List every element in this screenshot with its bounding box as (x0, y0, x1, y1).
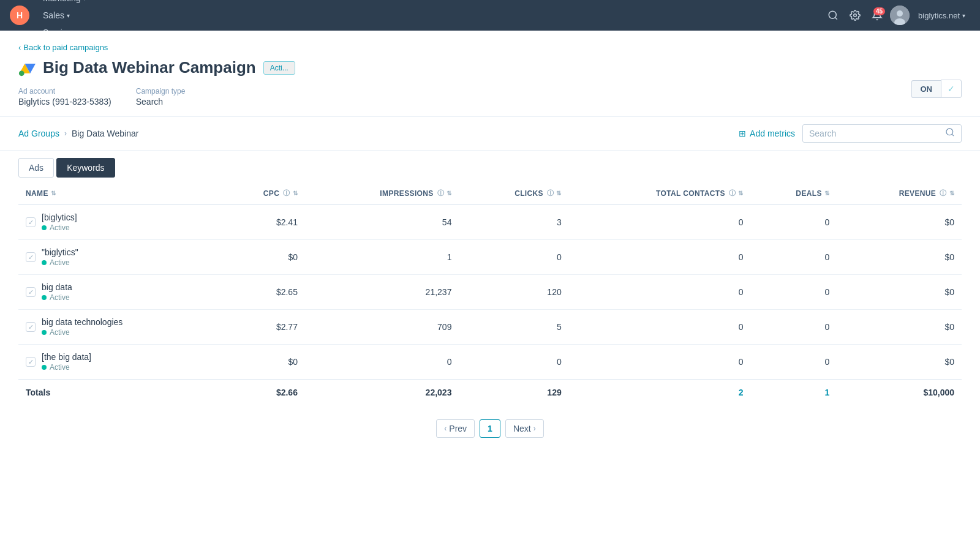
th-clicks[interactable]: CLICKSⓘ⇅ (459, 182, 568, 204)
status-badge-button[interactable]: Acti... (263, 61, 295, 75)
th-cpc[interactable]: CPCⓘ⇅ (217, 182, 305, 204)
next-page-button[interactable]: Next › (505, 419, 544, 438)
totals-impressions: 22,023 (305, 380, 459, 405)
row-revenue-1: $0 (837, 240, 962, 275)
row-clicks-1: 0 (459, 240, 568, 275)
next-label: Next (513, 424, 531, 433)
th-label-revenue: REVENUE (899, 189, 937, 198)
table-body: ✓ [biglytics] Active $2.4154300$0 ✓ "big… (18, 204, 962, 380)
th-sort-revenue: REVENUEⓘ⇅ (899, 189, 954, 198)
row-checkbox-4[interactable]: ✓ (26, 357, 36, 367)
row-total_contacts-3: 0 (569, 310, 751, 345)
add-metrics-button[interactable]: ⊞ Add metrics (739, 129, 795, 138)
info-icon-impressions[interactable]: ⓘ (437, 189, 444, 198)
status-dot-2 (42, 295, 47, 300)
toggle-check-button[interactable]: ✓ (941, 80, 962, 98)
row-checkbox-0[interactable]: ✓ (26, 217, 36, 227)
sort-icon-revenue: ⇅ (949, 190, 954, 197)
table-row: ✓ "biglytics" Active $01000$0 (18, 240, 962, 275)
th-sort-total_contacts: TOTAL CONTACTSⓘ⇅ (656, 189, 744, 198)
table-header: NAME⇅ CPCⓘ⇅ IMPRESSIONSⓘ⇅ CLICKSⓘ⇅ TOTAL… (18, 182, 962, 204)
kw-status-1: Active (42, 258, 78, 267)
th-total_contacts[interactable]: TOTAL CONTACTSⓘ⇅ (569, 182, 751, 204)
checkbox-check-icon-3: ✓ (28, 323, 34, 331)
row-deals-2: 0 (751, 275, 837, 310)
settings-button[interactable] (846, 6, 864, 24)
th-impressions[interactable]: IMPRESSIONSⓘ⇅ (305, 182, 459, 204)
nav-item-marketing[interactable]: Marketing▾ (37, 0, 110, 7)
search-icon-button[interactable] (945, 127, 955, 140)
info-icon-cpc[interactable]: ⓘ (283, 189, 290, 198)
svg-text:H: H (17, 10, 23, 20)
th-label-total_contacts: TOTAL CONTACTS (656, 189, 725, 198)
prev-label: Prev (449, 424, 467, 433)
row-cpc-1: $0 (217, 240, 305, 275)
search-input[interactable] (809, 129, 941, 138)
totals-label: Totals (18, 380, 217, 405)
row-cpc-2: $2.65 (217, 275, 305, 310)
nav-chevron-icon: ▾ (67, 12, 70, 19)
campaign-title-row: Big Data Webinar Campaign Acti... (18, 58, 962, 77)
row-cpc-0: $2.41 (217, 204, 305, 240)
kw-name-3: big data technologies (42, 317, 123, 327)
totals-total_contacts-link[interactable]: 2 (739, 388, 744, 397)
row-impressions-1: 1 (305, 240, 459, 275)
totals-total_contacts[interactable]: 2 (569, 380, 751, 405)
nav-item-label: Sales (43, 10, 64, 20)
th-revenue[interactable]: REVENUEⓘ⇅ (837, 182, 962, 204)
th-sort-cpc: CPCⓘ⇅ (263, 189, 298, 198)
row-name-cell-0: ✓ [biglytics] Active (18, 204, 217, 240)
kw-name-0: [biglytics] (42, 212, 77, 222)
row-impressions-0: 54 (305, 204, 459, 240)
campaign-title: Big Data Webinar Campaign (43, 58, 256, 77)
row-checkbox-2[interactable]: ✓ (26, 287, 36, 297)
info-icon-clicks[interactable]: ⓘ (547, 189, 554, 198)
sort-icon-name: ⇅ (51, 190, 56, 197)
row-revenue-4: $0 (837, 345, 962, 380)
row-checkbox-3[interactable]: ✓ (26, 322, 36, 332)
search-button[interactable] (824, 6, 842, 24)
kw-status-2: Active (42, 293, 72, 302)
tab-ads[interactable]: Ads (18, 158, 54, 178)
hubspot-logo[interactable]: H (10, 6, 29, 25)
svg-point-10 (19, 70, 24, 76)
th-sort-impressions: IMPRESSIONSⓘ⇅ (380, 189, 451, 198)
top-navigation: H Contacts▾Conversations▾Marketing▾Sales… (0, 0, 980, 31)
status-label-4: Active (50, 363, 70, 372)
sort-icon-cpc: ⇅ (293, 190, 298, 197)
back-link[interactable]: ‹ Back to paid campaigns (18, 43, 962, 52)
totals-deals[interactable]: 1 (751, 380, 837, 405)
info-icon-total_contacts[interactable]: ⓘ (729, 189, 736, 198)
row-clicks-2: 120 (459, 275, 568, 310)
account-switcher[interactable]: biglytics.net ▾ (913, 7, 970, 24)
row-checkbox-1[interactable]: ✓ (26, 252, 36, 262)
th-deals[interactable]: DEALS⇅ (751, 182, 837, 204)
nav-item-label: Marketing (43, 0, 80, 3)
ad-account-group: Ad account Biglytics (991-823-5383) (18, 87, 111, 107)
totals-cpc: $2.66 (217, 380, 305, 405)
th-sort-deals: DEALS⇅ (796, 189, 829, 198)
google-ads-icon (18, 59, 36, 77)
row-revenue-2: $0 (837, 275, 962, 310)
status-label-1: Active (50, 258, 70, 267)
th-name[interactable]: NAME⇅ (18, 182, 217, 204)
totals-deals-link[interactable]: 1 (824, 388, 829, 397)
info-icon-revenue[interactable]: ⓘ (940, 189, 946, 198)
row-clicks-3: 5 (459, 310, 568, 345)
user-avatar[interactable] (890, 6, 910, 25)
breadcrumb: Ad Groups › Big Data Webinar (18, 129, 138, 138)
tab-keywords[interactable]: Keywords (56, 158, 115, 178)
search-box (802, 124, 962, 143)
nav-item-sales[interactable]: Sales▾ (37, 7, 110, 24)
th-label-cpc: CPC (263, 189, 279, 198)
breadcrumb-ad-groups[interactable]: Ad Groups (18, 129, 59, 138)
notifications-button[interactable]: 45 (868, 6, 886, 24)
page-content: ‹ Back to paid campaigns Big Data Webina… (0, 31, 980, 551)
ad-account-value: Biglytics (991-823-5383) (18, 97, 111, 107)
svg-line-3 (835, 17, 837, 19)
toggle-on-button[interactable]: ON (911, 80, 941, 98)
prev-page-button[interactable]: ‹ Prev (436, 419, 475, 438)
kw-status-4: Active (42, 363, 91, 372)
keywords-table: NAME⇅ CPCⓘ⇅ IMPRESSIONSⓘ⇅ CLICKSⓘ⇅ TOTAL… (18, 182, 962, 405)
sort-icon-deals: ⇅ (824, 190, 829, 197)
